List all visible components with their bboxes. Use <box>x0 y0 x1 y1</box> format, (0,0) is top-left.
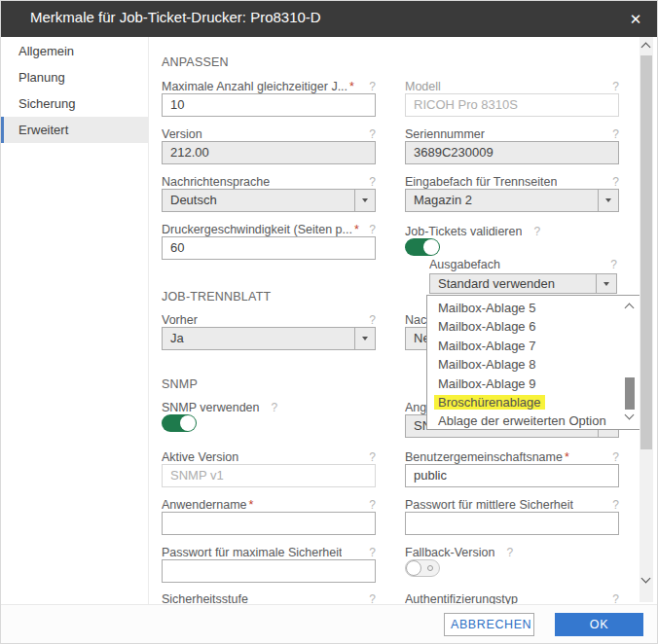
help-icon[interactable]: ? <box>606 258 617 271</box>
help-icon[interactable]: ? <box>365 546 376 559</box>
dropdown-option-label: Broschürenablage <box>434 395 545 410</box>
chevron-down-icon <box>354 328 375 349</box>
dropdown-option-label: Ablage der erweiterten Option <box>438 413 606 428</box>
field-label: Seriennummer <box>405 127 485 141</box>
field-snmp-verwenden: SNMP verwenden ? <box>162 400 376 432</box>
passwort-mittlere-input[interactable] <box>405 512 619 535</box>
sidebar-item[interactable]: Planung <box>1 64 148 90</box>
field-label: SNMP verwenden <box>162 401 260 414</box>
fallback-version-toggle[interactable] <box>405 559 440 577</box>
snmp-toggle[interactable] <box>162 414 197 432</box>
select-value: Ja <box>170 331 184 345</box>
sidebar-item[interactable]: Allgemein <box>1 38 148 64</box>
chevron-down-icon[interactable] <box>625 411 635 420</box>
nachrichtensprache-select[interactable]: Deutsch <box>162 189 376 212</box>
druckergeschwindigkeit-input[interactable]: 60 <box>162 236 376 260</box>
toggle-knob <box>180 415 196 431</box>
dropdown-option[interactable]: Mailbox-Ablage 5 <box>427 299 640 317</box>
help-icon[interactable]: ? <box>530 225 540 238</box>
field-seriennummer: Seriennummer ? 3689C230009 <box>405 126 619 164</box>
job-tickets-toggle[interactable] <box>405 238 440 256</box>
eingabefach-select[interactable]: Magazin 2 <box>405 189 619 212</box>
dropdown-option[interactable]: Mailbox-Ablage 7 <box>427 337 640 355</box>
scroll-down-icon[interactable] <box>641 574 651 584</box>
field-label: Passwort für maximale Sicherheit <box>162 546 342 559</box>
required-marker: * <box>354 223 359 236</box>
field-label: Version <box>162 127 202 141</box>
required-marker: * <box>565 450 569 464</box>
field-label: Aktive Version <box>162 450 238 464</box>
section-snmp: SNMP <box>162 377 198 391</box>
help-icon[interactable]: ? <box>365 223 376 236</box>
dialog-scrollbar-thumb[interactable] <box>640 55 652 449</box>
help-icon[interactable]: ? <box>608 127 619 141</box>
select-value: Standard verwenden <box>438 276 555 291</box>
form-content: ANPASSEN Maximale Anzahl gleichzeitiger … <box>149 37 640 606</box>
close-icon[interactable]: ✕ <box>625 9 646 30</box>
vorher-select[interactable]: Ja <box>162 327 376 350</box>
dropdown-scrollbar[interactable] <box>622 296 640 429</box>
dropdown-option[interactable]: Mailbox-Ablage 9 <box>427 375 640 393</box>
dropdown-option[interactable]: Mailbox-Ablage 8 <box>427 355 640 374</box>
sidebar: Allgemein Planung Sicherung Erweitert <box>1 37 149 604</box>
help-icon[interactable]: ? <box>608 175 619 189</box>
help-icon[interactable]: ? <box>608 450 619 464</box>
max-jobs-input[interactable]: 10 <box>162 93 376 117</box>
dialog-scrollbar[interactable] <box>640 37 653 602</box>
toggle-knob <box>423 239 439 255</box>
select-value: Magazin 2 <box>414 193 472 207</box>
dropdown-option[interactable]: Mailbox-Ablage 6 <box>427 317 640 336</box>
help-icon[interactable]: ? <box>365 450 376 464</box>
scroll-up-icon[interactable] <box>641 43 651 53</box>
help-icon[interactable]: ? <box>365 80 376 93</box>
chevron-down-icon <box>598 190 618 211</box>
field-fallback-version: Fallback-Version ? <box>405 545 619 577</box>
help-icon[interactable]: ? <box>608 498 619 512</box>
field-vorher: Vorher ? Ja <box>162 312 376 350</box>
field-label: Nachrichtensprache <box>162 175 270 189</box>
sidebar-item-label: Sicherung <box>18 96 76 111</box>
properties-dialog: Merkmale für Job-Ticket-Drucker: Pro8310… <box>0 0 658 644</box>
help-icon[interactable]: ? <box>502 546 513 559</box>
help-icon[interactable]: ? <box>268 401 278 414</box>
benutzergemeinschaftsname-input[interactable]: public <box>405 464 619 487</box>
sidebar-item[interactable]: Sicherung <box>1 90 148 117</box>
field-label: Vorher <box>162 313 198 327</box>
help-icon[interactable]: ? <box>365 127 376 141</box>
dropdown-option[interactable]: Ablage der erweiterten Option <box>427 411 640 430</box>
dropdown-option-label: Mailbox-Ablage 7 <box>438 339 535 353</box>
field-version: Version ? 212.00 <box>162 126 376 164</box>
dropdown-option-label: Mailbox-Ablage 9 <box>438 376 535 391</box>
help-icon[interactable]: ? <box>365 498 376 512</box>
titlebar: Merkmale für Job-Ticket-Drucker: Pro8310… <box>1 1 657 37</box>
sidebar-item[interactable]: Erweitert <box>1 117 148 143</box>
chevron-up-icon[interactable] <box>625 304 635 313</box>
field-label: Benutzergemeinschaftsname <box>405 450 563 464</box>
dropdown-scrollbar-thumb[interactable] <box>625 377 635 410</box>
ok-button[interactable]: OK <box>555 613 643 636</box>
anwendername-input[interactable] <box>162 512 376 535</box>
field-anwendername: Anwendername* ? <box>162 497 376 535</box>
dropdown-option-label: Mailbox-Ablage 8 <box>438 357 535 372</box>
field-modell: Modell ? RICOH Pro 8310S <box>405 79 619 117</box>
field-druckergeschwindigkeit: Druckergeschwindigkeit (Seiten p...* ? 6… <box>162 222 376 260</box>
ausgabefach-select[interactable]: Standard verwenden <box>429 273 617 294</box>
required-marker: * <box>349 80 354 93</box>
required-marker: * <box>249 498 254 512</box>
field-label: Modell <box>405 80 441 93</box>
help-icon[interactable]: ? <box>608 80 619 93</box>
section-job-trennblatt: JOB-TRENNBLATT <box>162 290 271 304</box>
modell-input: RICOH Pro 8310S <box>405 93 619 117</box>
cancel-button[interactable]: ABBRECHEN <box>444 613 534 636</box>
ausgabefach-dropdown-list: Mailbox-Ablage 5 Mailbox-Ablage 6 Mailbo… <box>426 295 640 430</box>
field-label: Job-Tickets validieren <box>405 225 522 238</box>
help-icon[interactable]: ? <box>365 313 376 327</box>
field-passwort-mittlere: Passwort für mittlere Sicherheit ? <box>405 497 619 535</box>
sidebar-item-label: Allgemein <box>18 44 74 58</box>
help-icon[interactable]: ? <box>365 175 376 189</box>
field-eingabefach: Eingabefach für Trennseiten ? Magazin 2 <box>405 174 619 212</box>
passwort-maximale-input[interactable] <box>162 559 376 583</box>
dropdown-option[interactable]: Broschürenablage <box>427 393 640 411</box>
field-aktive-version: Aktive Version ? SNMP v1 <box>162 449 376 487</box>
field-ausgabefach: Ausgabefach ? Standard verwenden <box>429 257 617 294</box>
